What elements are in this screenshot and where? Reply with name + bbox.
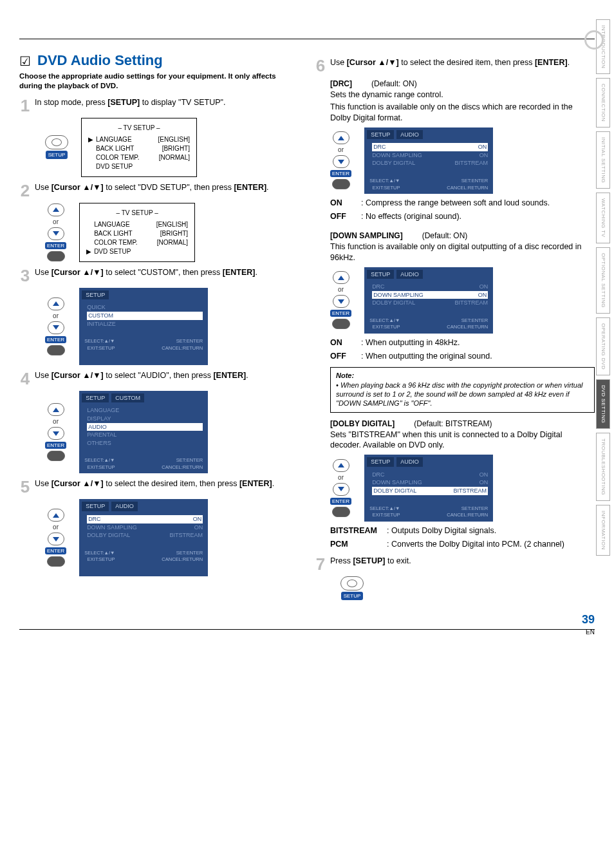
tv-setup-box-a: – TV SETUP – ▶LANGUAGE[ENGLISH] BACK LIG… — [81, 118, 197, 177]
step-text-5: Use [Cursor ▲/▼] to select the desired i… — [35, 478, 299, 489]
step-number-7: 7 — [315, 556, 326, 572]
side-tabs: INTRODUCTION CONNECTION INITIAL SETTING … — [596, 19, 610, 556]
setup-button-illustration: SETUP — [45, 135, 68, 159]
side-tab-connection: CONNECTION — [596, 78, 610, 127]
note-box: Note: • When playing back a 96 kHz disc … — [330, 367, 595, 413]
cursor-up-icon — [333, 271, 349, 284]
drc-off: OFF: No effects (original sound). — [330, 211, 595, 222]
step-number-5: 5 — [19, 478, 31, 495]
side-tab-troubleshooting: TROUBLESHOOTING — [596, 433, 610, 501]
enter-button-icon — [332, 179, 350, 189]
down-off: OFF: When outputting the original sound. — [330, 351, 595, 362]
osd-audio-dolby: SETUPAUDIO DRCON DOWN SAMPLINGON DOLBY D… — [364, 455, 493, 521]
cursor-controls-4: or ENTER — [45, 403, 66, 461]
osd-setup-menu: SETUP QUICK CUSTOM INITIALIZE SELECT:▲/▼… — [79, 288, 208, 365]
dolby-bitstream: BITSTREAM: Outputs Dolby Digital signals… — [330, 525, 595, 536]
enter-label: ENTER — [45, 242, 66, 249]
step-number-1: 1 — [19, 97, 31, 114]
step-number-3: 3 — [19, 267, 31, 284]
side-tab-dvd-setting: DVD SETTING — [596, 379, 610, 429]
enter-button-icon — [332, 319, 350, 329]
cursor-down-icon — [333, 295, 349, 308]
side-tab-information: INFORMATION — [596, 505, 610, 556]
drc-heading: [DRC](Default: ON) — [330, 79, 595, 88]
cursor-up-icon — [48, 403, 64, 416]
drc-body-2: This function is available only on the d… — [330, 102, 595, 124]
top-rule — [19, 39, 595, 39]
cursor-down-icon — [333, 155, 349, 168]
step-text-7: Press [SETUP] to exit. — [330, 556, 595, 567]
cursor-up-icon — [48, 509, 64, 522]
enter-button-icon — [47, 251, 65, 261]
side-tab-optional-setting: OPTIONAL SETTING — [596, 247, 610, 314]
page-number: 39 EN — [19, 613, 595, 636]
cursor-down-icon — [48, 533, 64, 545]
section-subtitle: Choose the appropriate audio settings fo… — [19, 71, 299, 91]
step-number-4: 4 — [19, 370, 31, 387]
step-text-2: Use [Cursor ▲/▼] to select "DVD SETUP", … — [35, 182, 299, 193]
dolby-heading: [DOLBY DIGITAL](Default: BITSTREAM) — [330, 419, 595, 428]
cursor-down-icon — [333, 483, 349, 496]
osd-audio-down: SETUPAUDIO DRCON DOWN SAMPLINGON DOLBY D… — [364, 267, 493, 334]
cursor-up-icon — [48, 297, 64, 310]
osd-audio-menu-5: SETUPAUDIO DRCON DOWN SAMPLINGON DOLBY D… — [79, 499, 208, 576]
cursor-up-icon — [333, 459, 349, 472]
step-text-6: Use [Cursor ▲/▼] to select the desired i… — [330, 57, 595, 68]
step-text-4: Use [Cursor ▲/▼] to select "AUDIO", then… — [35, 370, 299, 381]
drc-body-1: Sets the dynamic range control. — [330, 90, 595, 100]
dolby-pcm: PCM: Converts the Dolby Digital into PCM… — [330, 539, 595, 550]
cursor-controls-down: or ENTER — [330, 271, 351, 329]
step-text-1: In stop mode, press [SETUP] to display "… — [35, 97, 299, 108]
cursor-controls-dolby: or ENTER — [330, 459, 351, 517]
cursor-controls-3: or ENTER — [45, 297, 66, 355]
down-body: This function is available only on digit… — [330, 241, 595, 263]
enter-button-icon — [47, 451, 65, 461]
step-number-6: 6 — [315, 57, 326, 74]
cursor-down-icon — [48, 321, 64, 334]
osd-custom-menu: SETUPCUSTOM LANGUAGE DISPLAY AUDIO PAREN… — [79, 391, 208, 474]
cursor-controls-5: or ENTER — [45, 509, 66, 567]
cursor-up-icon — [48, 203, 64, 216]
setup-button-illustration-exit: SETUP — [340, 576, 364, 600]
cursor-down-icon — [48, 227, 64, 240]
enter-button-icon — [47, 556, 65, 567]
step-text-3: Use [Cursor ▲/▼] to select "CUSTOM", the… — [35, 267, 299, 278]
step-number-2: 2 — [19, 182, 31, 199]
tv-setup-box-b: – TV SETUP – LANGUAGE[ENGLISH] BACK LIGH… — [79, 203, 195, 262]
cursor-down-icon — [48, 427, 64, 440]
cursor-up-icon — [333, 131, 349, 144]
dolby-body: Sets "BITSTREAM" when this unit is conne… — [330, 429, 595, 451]
enter-button-icon — [332, 507, 350, 517]
side-tab-initial-setting: INITIAL SETTING — [596, 131, 610, 189]
osd-audio-drc: SETUPAUDIO DRCON DOWN SAMPLINGON DOLBY D… — [364, 127, 493, 194]
down-heading: [DOWN SAMPLING](Default: ON) — [330, 231, 595, 240]
side-tab-operating-dvd: OPERATING DVD — [596, 317, 610, 375]
drc-on: ON: Compress the range between soft and … — [330, 198, 595, 209]
down-on: ON: When outputting in 48kHz. — [330, 337, 595, 348]
enter-button-icon — [47, 345, 65, 355]
cursor-controls-2: or ENTER — [45, 203, 66, 261]
cursor-controls-drc: or ENTER — [330, 131, 351, 189]
checkbox-icon: ☑ — [19, 53, 31, 69]
side-tab-watching-tv: WATCHING TV — [596, 193, 610, 243]
section-title: DVD Audio Setting — [37, 52, 163, 69]
